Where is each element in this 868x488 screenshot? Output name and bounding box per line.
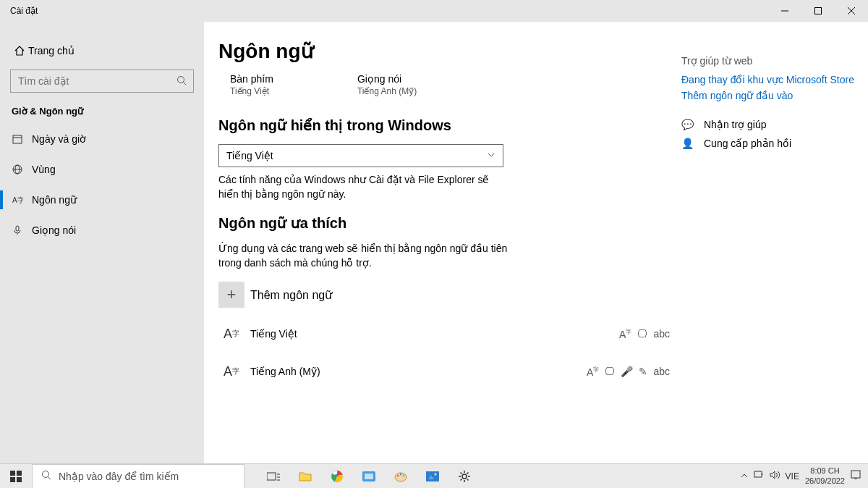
svg-rect-13: [10, 471, 15, 476]
settings-icon[interactable]: [448, 464, 480, 489]
task-view-button[interactable]: [258, 464, 289, 489]
chrome-icon[interactable]: [321, 464, 353, 489]
language-glyph-icon: A字: [218, 327, 244, 342]
svg-marker-37: [770, 471, 775, 479]
svg-line-5: [184, 83, 187, 85]
svg-point-17: [43, 471, 49, 478]
give-feedback-link[interactable]: 👤 Cung cấp phản hồi: [681, 138, 855, 149]
nav-label: Ngôn ngữ: [32, 194, 77, 206]
preferred-languages-heading: Ngôn ngữ ưa thích: [218, 214, 681, 232]
help-header: Trợ giúp từ web: [681, 55, 855, 67]
tray-chevron-up-icon[interactable]: [741, 471, 748, 481]
search-wrap: [10, 70, 194, 93]
minimize-button[interactable]: [768, 0, 801, 22]
ime-indicator[interactable]: VIE: [786, 471, 799, 481]
sidebar-item-speech[interactable]: Giọng nói: [0, 215, 204, 245]
nav-label: Ngày và giờ: [32, 133, 86, 145]
add-language-button[interactable]: + Thêm ngôn ngữ: [218, 282, 681, 308]
svg-line-18: [48, 477, 51, 480]
display-language-heading: Ngôn ngữ hiển thị trong Windows: [218, 117, 681, 134]
photos-icon[interactable]: [417, 464, 448, 489]
svg-rect-16: [17, 477, 22, 482]
sidebar-item-date-time[interactable]: Ngày và giờ: [0, 124, 204, 154]
feedback-label: Cung cấp phản hồi: [704, 138, 791, 149]
home-icon: [11, 45, 28, 56]
preferred-languages-desc: Ứng dụng và các trang web sẽ hiển thị bằ…: [218, 242, 508, 270]
home-nav[interactable]: Trang chủ: [0, 38, 204, 64]
system-tray: VIE 8:09 CH 26/09/2022: [741, 466, 868, 485]
svg-point-29: [400, 473, 401, 474]
maximize-button[interactable]: [801, 0, 835, 22]
svg-rect-12: [16, 226, 19, 231]
keyboard-value: Tiếng Việt: [230, 86, 273, 96]
handwriting-icon: ✎: [639, 366, 647, 378]
clock-date: 26/09/2022: [805, 476, 845, 486]
svg-rect-38: [851, 471, 860, 478]
network-icon[interactable]: [754, 471, 764, 481]
svg-rect-26: [365, 474, 373, 479]
language-name: Tiếng Việt: [250, 328, 619, 340]
chat-icon: 💬: [681, 119, 694, 130]
svg-rect-1: [815, 8, 822, 14]
calendar-icon: [12, 133, 29, 145]
language-item-vi[interactable]: A字 Tiếng Việt A字 🖵 abc: [218, 315, 681, 353]
add-language-label: Thêm ngôn ngữ: [250, 288, 332, 302]
svg-point-33: [435, 473, 437, 475]
tts-icon: 🖵: [605, 366, 615, 378]
taskbar-search[interactable]: Nhập vào đây để tìm kiếm: [32, 464, 244, 489]
clock-time: 8:09 CH: [805, 466, 845, 476]
volume-icon[interactable]: [770, 471, 780, 481]
language-name: Tiếng Anh (Mỹ): [250, 366, 587, 377]
svg-point-34: [462, 474, 467, 479]
main-content: Ngôn ngữ Bàn phím Tiếng Việt Giọng nói T…: [218, 39, 681, 463]
display-lang-icon: A字: [587, 366, 599, 378]
keyboard-label: Bàn phím: [230, 73, 273, 85]
svg-rect-14: [17, 471, 22, 476]
get-help-link[interactable]: 💬 Nhận trợ giúp: [681, 119, 855, 130]
help-link-add-input-lang[interactable]: Thêm ngôn ngữ đầu vào: [681, 90, 855, 101]
display-lang-icon: A字: [619, 328, 631, 340]
paint-icon[interactable]: [385, 464, 417, 489]
file-explorer-icon[interactable]: [289, 464, 321, 489]
taskbar-search-placeholder: Nhập vào đây để tìm kiếm: [59, 471, 179, 482]
language-features: A字 🖵 abc: [619, 328, 670, 340]
language-features: A字 🖵 🎤 ✎ abc: [587, 366, 670, 378]
help-link-store-region[interactable]: Đang thay đổi khu vực Microsoft Store: [681, 74, 855, 85]
app-icon[interactable]: [353, 464, 385, 489]
mic-icon: [12, 224, 29, 236]
start-button[interactable]: [0, 464, 32, 489]
close-button[interactable]: [835, 0, 868, 22]
voice-label: Giọng nói: [357, 73, 417, 85]
spellcheck-icon: abc: [653, 366, 670, 378]
tts-icon: 🖵: [637, 328, 647, 340]
notifications-icon[interactable]: [851, 470, 861, 482]
section-title: Giờ & Ngôn ngữ: [0, 106, 204, 124]
svg-rect-15: [10, 477, 15, 482]
sidebar-item-language[interactable]: A字 Ngôn ngữ: [0, 185, 204, 215]
language-item-en[interactable]: A字 Tiếng Anh (Mỹ) A字 🖵 🎤 ✎ abc: [218, 353, 681, 390]
spellcheck-icon: abc: [653, 328, 670, 340]
language-glyph-icon: A字: [218, 364, 244, 379]
language-icon: A字: [12, 194, 29, 206]
taskbar: Nhập vào đây để tìm kiếm VIE 8:09 CH 26/…: [0, 463, 868, 488]
get-help-label: Nhận trợ giúp: [704, 119, 766, 130]
speech-icon: 🎤: [621, 366, 633, 378]
search-icon: [176, 75, 187, 88]
svg-point-30: [403, 474, 404, 476]
svg-rect-19: [267, 473, 276, 480]
display-language-dropdown[interactable]: Tiếng Việt: [218, 144, 503, 167]
svg-rect-6: [13, 135, 22, 143]
svg-point-4: [178, 77, 184, 83]
voice-value: Tiếng Anh (Mỹ): [357, 86, 417, 96]
search-input[interactable]: [10, 70, 194, 93]
chevron-down-icon: [487, 150, 495, 161]
display-language-desc: Các tính năng của Windows như Cài đặt và…: [218, 173, 508, 201]
sidebar-item-region[interactable]: Vùng: [0, 154, 204, 185]
feedback-icon: 👤: [681, 138, 694, 149]
sidebar: Trang chủ Giờ & Ngôn ngữ Ngày và giờ Vùn…: [0, 22, 204, 463]
help-panel: Trợ giúp từ web Đang thay đổi khu vực Mi…: [681, 39, 855, 463]
plus-icon: +: [218, 282, 244, 308]
clock[interactable]: 8:09 CH 26/09/2022: [805, 466, 845, 485]
window-title: Cài đặt: [0, 6, 38, 16]
home-label: Trang chủ: [28, 45, 75, 56]
